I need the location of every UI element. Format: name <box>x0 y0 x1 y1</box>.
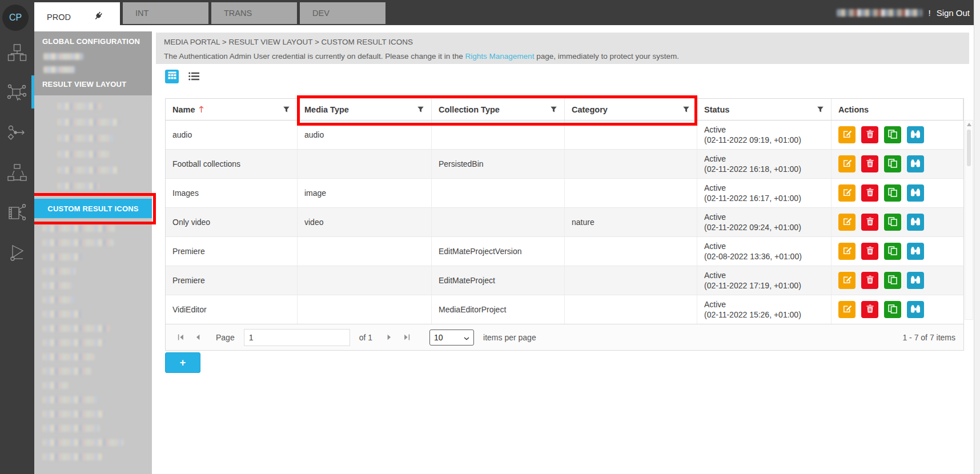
sidebar-item-redacted[interactable] <box>43 66 75 73</box>
preview-button[interactable] <box>907 243 924 260</box>
sidebar-item-redacted[interactable] <box>42 268 75 275</box>
page-size-select[interactable]: 10 <box>429 330 474 346</box>
sidebar-item-redacted[interactable] <box>57 103 102 110</box>
edit-button[interactable] <box>838 184 856 202</box>
sidebar-item-redacted[interactable] <box>42 354 95 360</box>
previous-page-button[interactable] <box>191 331 204 344</box>
delete-button[interactable] <box>861 155 878 172</box>
sign-out-button[interactable]: Sign Out <box>937 8 970 18</box>
copy-button[interactable] <box>884 214 901 231</box>
grid-view-toggle[interactable] <box>165 70 179 83</box>
copy-button[interactable] <box>884 184 901 202</box>
add-item-button[interactable]: + <box>165 352 200 373</box>
sidebar-item-redacted[interactable] <box>42 239 114 246</box>
delete-icon <box>866 130 874 140</box>
column-header-collection-type[interactable]: Collection Type <box>432 99 565 120</box>
sidebar-item-redacted[interactable] <box>42 368 91 375</box>
preview-button[interactable] <box>907 301 924 318</box>
sidebar-item-redacted[interactable] <box>57 135 113 142</box>
sidebar-item-redacted[interactable] <box>57 167 118 174</box>
table-scrollbar[interactable] <box>965 120 973 320</box>
copy-button[interactable] <box>884 272 901 289</box>
column-header-category[interactable]: Category <box>565 99 697 120</box>
sidebar-item-redacted[interactable] <box>42 339 104 346</box>
copy-button[interactable] <box>884 243 901 260</box>
filter-icon[interactable] <box>550 106 557 113</box>
next-page-button[interactable] <box>383 331 396 344</box>
copy-button[interactable] <box>884 301 901 318</box>
column-header-name[interactable]: Name <box>166 99 298 120</box>
sidebar-item-redacted[interactable] <box>42 311 83 318</box>
filter-icon[interactable] <box>417 106 424 113</box>
edit-button[interactable] <box>838 272 856 289</box>
sidebar-item-redacted[interactable] <box>43 53 83 60</box>
column-header-actions[interactable]: Actions <box>832 99 963 120</box>
pager-summary: 1 - 7 of 7 items <box>902 333 955 342</box>
sidebar-item-redacted[interactable] <box>42 254 81 260</box>
sidebar-item-redacted[interactable] <box>57 151 110 158</box>
scrollbar-thumb[interactable] <box>967 130 971 166</box>
last-page-button[interactable] <box>400 331 413 344</box>
window-scrollbar[interactable] <box>974 0 980 474</box>
sidebar-item-redacted[interactable] <box>42 396 97 403</box>
sidebar-item-redacted[interactable] <box>42 296 74 303</box>
rail-item-4[interactable] <box>0 157 34 191</box>
edit-button[interactable] <box>838 301 856 318</box>
tab-trans[interactable]: TRANS <box>211 2 297 24</box>
sidebar-item-redacted[interactable] <box>42 439 123 446</box>
copy-button[interactable] <box>884 155 901 172</box>
tab-int[interactable]: INT <box>123 2 208 24</box>
edit-button[interactable] <box>838 155 856 172</box>
delete-button[interactable] <box>861 126 878 143</box>
preview-button[interactable] <box>907 126 924 143</box>
edit-button[interactable] <box>838 126 856 143</box>
rights-management-link[interactable]: Rights Management <box>465 52 535 61</box>
delete-button[interactable] <box>861 243 878 260</box>
list-view-toggle[interactable] <box>187 72 200 82</box>
rail-item-5[interactable] <box>0 197 34 231</box>
sidebar-item-redacted[interactable] <box>57 119 119 126</box>
cell-category <box>565 179 697 207</box>
sidebar-item-redacted[interactable] <box>42 225 115 232</box>
first-page-button[interactable] <box>174 331 187 344</box>
sidebar-item-redacted[interactable] <box>42 411 103 417</box>
delete-icon <box>866 275 874 286</box>
chevron-down-icon <box>464 333 469 342</box>
preview-button[interactable] <box>907 155 924 172</box>
column-header-status[interactable]: Status <box>697 99 832 120</box>
copy-icon <box>888 130 897 140</box>
delete-button[interactable] <box>861 214 878 231</box>
avatar[interactable]: CP <box>2 5 29 31</box>
sidebar-redacted-tail <box>34 218 152 460</box>
sidebar-item-redacted[interactable] <box>42 325 110 332</box>
rail-item-2[interactable] <box>0 77 34 111</box>
preview-button[interactable] <box>907 214 924 231</box>
delete-button[interactable] <box>861 301 878 318</box>
delete-button[interactable] <box>861 184 878 202</box>
page-number-input[interactable] <box>244 329 350 346</box>
status-value: Active <box>704 241 726 251</box>
preview-button[interactable] <box>907 272 924 289</box>
sidebar-item-redacted[interactable] <box>42 453 102 460</box>
column-header-media-type[interactable]: Media Type <box>298 99 432 120</box>
preview-button[interactable] <box>907 184 924 202</box>
rail-item-1[interactable] <box>0 37 34 71</box>
sidebar-item-redacted[interactable] <box>42 382 69 389</box>
sidebar-item-redacted[interactable] <box>57 183 99 190</box>
rail-item-3[interactable] <box>0 117 34 151</box>
sidebar-item-redacted[interactable] <box>42 282 72 289</box>
filter-icon[interactable] <box>817 106 824 113</box>
filter-icon[interactable] <box>682 106 690 113</box>
edit-button[interactable] <box>838 243 856 260</box>
rail-item-6[interactable] <box>0 237 34 271</box>
edit-button[interactable] <box>838 214 856 231</box>
filter-icon[interactable] <box>283 106 290 113</box>
sidebar-item-redacted[interactable] <box>42 425 99 432</box>
copy-button[interactable] <box>884 126 901 143</box>
scroll-up-icon[interactable] <box>967 123 971 126</box>
tab-dev[interactable]: DEV <box>300 2 385 24</box>
delete-button[interactable] <box>861 272 878 289</box>
tab-prod[interactable]: PROD <box>34 2 120 31</box>
sidebar-item-custom-result-icons[interactable]: CUSTOM RESULT ICONS <box>34 199 152 218</box>
status-timestamp: (02-08-2022 13:36, +01:00) <box>704 251 802 262</box>
